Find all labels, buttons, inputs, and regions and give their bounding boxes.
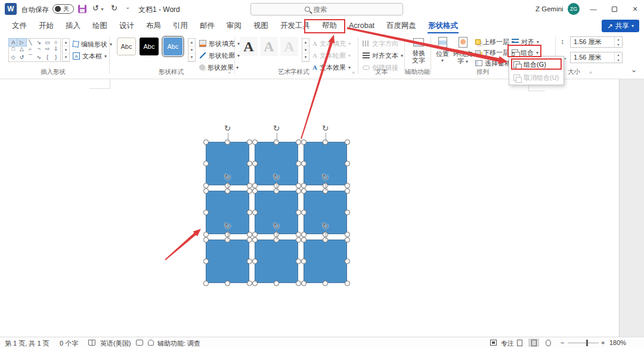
collapse-ribbon-button[interactable]: ⌄ [631, 66, 637, 74]
resize-handle[interactable] [296, 232, 301, 237]
resize-handle[interactable] [247, 232, 252, 237]
shape-width-spinner[interactable]: 1.56 厘米 ▴▾ [570, 52, 623, 63]
accessibility-icon[interactable] [148, 340, 154, 346]
tab-引用[interactable]: 引用 [167, 18, 194, 34]
wrap-text-button[interactable]: 环绕文 字 ▾ [452, 37, 473, 66]
focus-icon[interactable] [490, 340, 497, 346]
wordart-thumb-1[interactable]: A [240, 37, 258, 56]
tab-视图[interactable]: 视图 [247, 18, 274, 34]
shape-style-thumb-1[interactable]: Abc [117, 38, 136, 55]
resize-handle[interactable] [247, 259, 252, 264]
rotate-handle-icon[interactable]: ↻ [222, 123, 233, 133]
resize-handle[interactable] [203, 161, 209, 166]
rotate-handle-icon[interactable]: ↻ [320, 123, 331, 133]
text-fill-button[interactable]: A 文本填充▾ [312, 38, 351, 49]
shape-gallery-item[interactable]: ¬ [35, 46, 43, 53]
shape-gallery-item[interactable]: ○ [52, 39, 60, 46]
resize-handle[interactable] [203, 237, 209, 243]
shape-style-thumb-3-selected[interactable]: Abc [163, 38, 182, 55]
blue-square[interactable] [255, 240, 298, 283]
dialog-launcher-icon[interactable]: ⌟ [589, 68, 592, 74]
page-info[interactable]: 第 1 页, 共 1 页 [5, 339, 49, 348]
scroll-up-icon[interactable]: ▴ [63, 39, 69, 46]
resize-handle[interactable] [247, 281, 252, 286]
accessibility-status[interactable]: 辅助功能: 调查 [157, 339, 200, 348]
resize-handle[interactable] [296, 237, 301, 243]
resize-handle[interactable] [203, 232, 209, 237]
rotate-handle-icon[interactable]: ↻ [271, 172, 282, 182]
customize-qat-button[interactable]: ⌄ [125, 4, 130, 10]
shape-gallery-scroll[interactable]: ▴ ▾ ▾ [62, 38, 70, 62]
dialog-launcher-icon[interactable]: ⌟ [352, 68, 354, 74]
search-input[interactable] [314, 6, 349, 13]
proofing-icon[interactable] [88, 340, 95, 346]
shape-fill-button[interactable]: 形状填充▾ [199, 38, 240, 49]
resize-handle[interactable] [345, 232, 350, 237]
tab-文件[interactable]: 文件 [6, 18, 33, 34]
text-effects-button[interactable]: A 文本效果▾ [312, 62, 351, 73]
resize-handle[interactable] [345, 281, 350, 286]
shape-height-spinner[interactable]: 1.56 厘米 ▴▾ [570, 36, 623, 48]
tab-帮助[interactable]: 帮助 [316, 18, 343, 34]
shape-gallery-item[interactable]: ↺ [17, 52, 26, 61]
resize-handle[interactable] [301, 188, 306, 194]
rotate-handle-icon[interactable]: ↻ [271, 221, 282, 231]
resize-handle[interactable] [301, 237, 306, 243]
resize-handle[interactable] [345, 259, 350, 264]
shape-gallery-item[interactable]: ∿ [35, 52, 43, 61]
shape-gallery-item[interactable]: ╲ [26, 39, 35, 46]
zoom-in-button[interactable]: + [601, 339, 605, 346]
tab-布局[interactable]: 布局 [140, 18, 167, 34]
avatar[interactable]: ZG [568, 3, 580, 15]
word-count[interactable]: 0 个字 [60, 339, 78, 348]
resize-handle[interactable] [247, 183, 252, 188]
text-box-button[interactable]: A 文本框▾ [73, 51, 107, 61]
resize-handle[interactable] [252, 281, 258, 286]
share-button[interactable]: ↗ 共享 ▾ [602, 20, 639, 32]
align-text-button[interactable]: 对齐文本▾ [363, 50, 403, 61]
autosave-toggle[interactable]: 关 [52, 4, 74, 14]
zoom-slider-thumb[interactable] [586, 340, 588, 346]
shape-gallery-item[interactable]: □ [9, 46, 17, 53]
web-layout-button[interactable] [543, 338, 553, 347]
resize-handle[interactable] [301, 139, 306, 145]
align-button[interactable]: 对齐▾ [512, 36, 539, 47]
save-icon[interactable] [78, 5, 86, 13]
resize-handle[interactable] [296, 183, 301, 188]
resize-handle[interactable] [296, 281, 301, 286]
resize-handle[interactable] [252, 210, 258, 215]
wordart-scroll[interactable]: ▴▾▾ [302, 38, 309, 62]
tab-开发工具[interactable]: 开发工具 [274, 18, 316, 34]
blue-square[interactable] [304, 240, 347, 283]
position-button[interactable]: 位置 ▾ [434, 37, 451, 64]
resize-handle[interactable] [301, 161, 306, 166]
shape-outline-button[interactable]: 形状轮廓▾ [199, 50, 240, 61]
resize-handle[interactable] [274, 281, 279, 286]
resize-handle[interactable] [203, 210, 209, 215]
tab-百度网盘[interactable]: 百度网盘 [380, 18, 422, 34]
tab-绘图[interactable]: 绘图 [86, 18, 113, 34]
resize-handle[interactable] [247, 237, 252, 243]
restore-button[interactable] [604, 0, 624, 18]
user-name[interactable]: Z Gemini [535, 5, 564, 13]
scroll-down-icon[interactable]: ▾ [63, 46, 69, 54]
wordart-thumb-3[interactable]: A [280, 37, 298, 56]
alt-text-button[interactable]: 替换 文字 [408, 38, 429, 64]
resize-handle[interactable] [203, 281, 209, 286]
resize-handle[interactable] [252, 161, 258, 166]
resize-handle[interactable] [252, 188, 258, 194]
resize-handle[interactable] [252, 237, 258, 243]
resize-handle[interactable] [247, 139, 252, 145]
resize-handle[interactable] [252, 183, 258, 188]
shape-style-scroll[interactable]: ▴▾▾ [188, 38, 196, 62]
resize-handle[interactable] [323, 281, 328, 286]
rotate-handle-icon[interactable]: ↻ [222, 172, 233, 182]
print-layout-button[interactable] [528, 338, 539, 347]
edit-shape-button[interactable]: 编辑形状▾ [73, 39, 112, 49]
word-logo-icon[interactable]: W [5, 3, 17, 15]
text-outline-button[interactable]: A 文本轮廓▾ [312, 50, 351, 61]
rotate-handle-icon[interactable]: ↻ [320, 172, 331, 182]
tab-插入[interactable]: 插入 [60, 18, 86, 34]
text-direction-button[interactable]: 文字方向 [363, 38, 398, 49]
resize-handle[interactable] [247, 210, 252, 215]
